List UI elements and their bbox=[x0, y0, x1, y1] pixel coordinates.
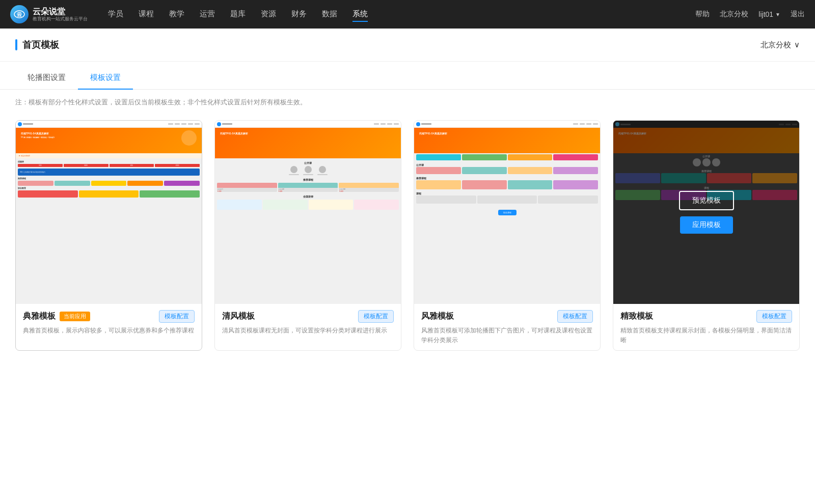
template-footer-dianyan: 典雅模板 当前应用 模板配置 典雅首页模板，展示内容较多，可以展示优惠券和多个推… bbox=[16, 304, 202, 341]
template-name-qingfeng: 清风模板 bbox=[222, 311, 255, 322]
apply-button-qingfeng[interactable]: 应用模板 bbox=[282, 216, 335, 234]
preview-button-jingzhi[interactable]: 预览模板 bbox=[679, 191, 734, 210]
preview-button-dianyan[interactable]: 预览模板 bbox=[82, 191, 137, 210]
page-title-bar bbox=[15, 39, 17, 50]
tabs-bar: 轮播图设置 模板设置 bbox=[0, 67, 815, 90]
page-header: 首页模板 北京分校 ∨ bbox=[0, 29, 815, 62]
navbar: 云 云朵说堂 教育机构一站式服务云平台 学员 课程 教学 运营 题库 资源 财务… bbox=[0, 0, 815, 29]
preview-overlay-jingzhi[interactable]: 预览模板 应用模板 bbox=[613, 121, 799, 304]
config-button-jingzhi[interactable]: 模板配置 bbox=[756, 310, 792, 323]
current-badge-dianyan: 当前应用 bbox=[60, 312, 90, 321]
apply-button-fengya[interactable]: 应用模板 bbox=[481, 216, 534, 234]
logo[interactable]: 云 云朵说堂 教育机构一站式服务云平台 bbox=[10, 5, 88, 23]
template-card-dianyan: 托福TP01-S4真题及解析 TP 第• 口语通关 • 综合解析 • 语音优化 … bbox=[15, 120, 202, 351]
nav-ziyuan[interactable]: 资源 bbox=[261, 7, 276, 22]
template-desc-fengya: 风雅首页模板可添加轮播图下广告图片，可对课程及课程包设置学科分类展示 bbox=[421, 326, 593, 345]
branch-link[interactable]: 北京分校 bbox=[720, 10, 748, 19]
user-dropdown-arrow: ▼ bbox=[775, 12, 780, 17]
nav-tiku[interactable]: 题库 bbox=[230, 7, 246, 22]
navbar-right: 帮助 北京分校 lijt01 ▼ 退出 bbox=[695, 10, 805, 19]
tab-template[interactable]: 模板设置 bbox=[78, 67, 133, 90]
svg-text:云: 云 bbox=[17, 12, 22, 17]
config-button-dianyan[interactable]: 模板配置 bbox=[159, 310, 195, 323]
nav-xitong[interactable]: 系统 bbox=[352, 7, 368, 22]
nav-xueyuan[interactable]: 学员 bbox=[108, 7, 123, 22]
template-card-fengya: 托福TP01-S4真题及解析 公开课 bbox=[414, 120, 601, 351]
nav-kecheng[interactable]: 课程 bbox=[139, 7, 154, 22]
template-card-jingzhi: 托福TP01-S4真题及解析 公开课 推荐课程 bbox=[613, 120, 800, 351]
main-content: 首页模板 北京分校 ∨ 轮播图设置 模板设置 注：模板有部分个性化样式设置，设置… bbox=[0, 29, 815, 504]
help-link[interactable]: 帮助 bbox=[695, 10, 710, 19]
user-dropdown[interactable]: lijt01 ▼ bbox=[758, 10, 780, 18]
template-name-fengya: 风雅模板 bbox=[421, 311, 454, 322]
logo-icon: 云 bbox=[10, 5, 29, 23]
page-title: 首页模板 bbox=[22, 39, 59, 51]
config-button-qingfeng[interactable]: 模板配置 bbox=[358, 310, 394, 323]
logo-text: 云朵说堂 教育机构一站式服务云平台 bbox=[33, 7, 88, 22]
tab-carousel[interactable]: 轮播图设置 bbox=[15, 67, 78, 90]
template-card-qingfeng: 托福TP01-S4真题及解析 公开课 bbox=[214, 120, 401, 351]
apply-button-dianyan[interactable]: 应用模板 bbox=[83, 216, 135, 234]
nav-yunying[interactable]: 运营 bbox=[200, 7, 215, 22]
page-title-wrap: 首页模板 bbox=[15, 39, 59, 51]
template-desc-jingzhi: 精致首页模板支持课程展示封面，各模板分隔明显，界面简洁清晰 bbox=[620, 326, 792, 345]
branch-selector-arrow: ∨ bbox=[794, 40, 800, 49]
preview-button-qingfeng[interactable]: 预览模板 bbox=[281, 191, 336, 210]
apply-button-jingzhi[interactable]: 应用模板 bbox=[680, 216, 733, 234]
template-preview-qingfeng[interactable]: 托福TP01-S4真题及解析 公开课 bbox=[215, 121, 401, 304]
template-preview-jingzhi[interactable]: 托福TP01-S4真题及解析 公开课 推荐课程 bbox=[613, 121, 799, 304]
preview-button-fengya[interactable]: 预览模板 bbox=[480, 191, 535, 210]
template-footer-jingzhi: 精致模板 模板配置 精致首页模板支持课程展示封面，各模板分隔明显，界面简洁清晰 bbox=[613, 304, 799, 350]
template-footer-qingfeng: 清风模板 模板配置 清风首页模板课程无封面，可设置按学科分类对课程进行展示 bbox=[215, 304, 401, 341]
branch-selector[interactable]: 北京分校 ∨ bbox=[760, 40, 800, 50]
branch-selector-label: 北京分校 bbox=[760, 40, 791, 50]
notice-text: 注：模板有部分个性化样式设置，设置后仅当前模板生效；非个性化样式设置后针对所有模… bbox=[0, 90, 815, 115]
templates-grid: 托福TP01-S4真题及解析 TP 第• 口语通关 • 综合解析 • 语音优化 … bbox=[0, 115, 815, 371]
template-name-jingzhi: 精致模板 bbox=[620, 311, 653, 322]
nav-caiwu[interactable]: 财务 bbox=[291, 7, 307, 22]
template-desc-dianyan: 典雅首页模板，展示内容较多，可以展示优惠券和多个推荐课程 bbox=[23, 326, 195, 335]
template-name-dianyan: 典雅模板 bbox=[23, 311, 56, 322]
nav-jiaoxue[interactable]: 教学 bbox=[169, 7, 184, 22]
logout-link[interactable]: 退出 bbox=[791, 10, 805, 19]
template-desc-qingfeng: 清风首页模板课程无封面，可设置按学科分类对课程进行展示 bbox=[222, 326, 394, 335]
main-nav: 学员 课程 教学 运营 题库 资源 财务 数据 系统 bbox=[108, 7, 695, 22]
template-preview-dianyan[interactable]: 托福TP01-S4真题及解析 TP 第• 口语通关 • 综合解析 • 语音优化 … bbox=[16, 121, 202, 304]
template-preview-fengya[interactable]: 托福TP01-S4真题及解析 公开课 bbox=[414, 121, 600, 304]
template-footer-fengya: 风雅模板 模板配置 风雅首页模板可添加轮播图下广告图片，可对课程及课程包设置学科… bbox=[414, 304, 600, 350]
config-button-fengya[interactable]: 模板配置 bbox=[557, 310, 593, 323]
nav-shuju[interactable]: 数据 bbox=[322, 7, 337, 22]
